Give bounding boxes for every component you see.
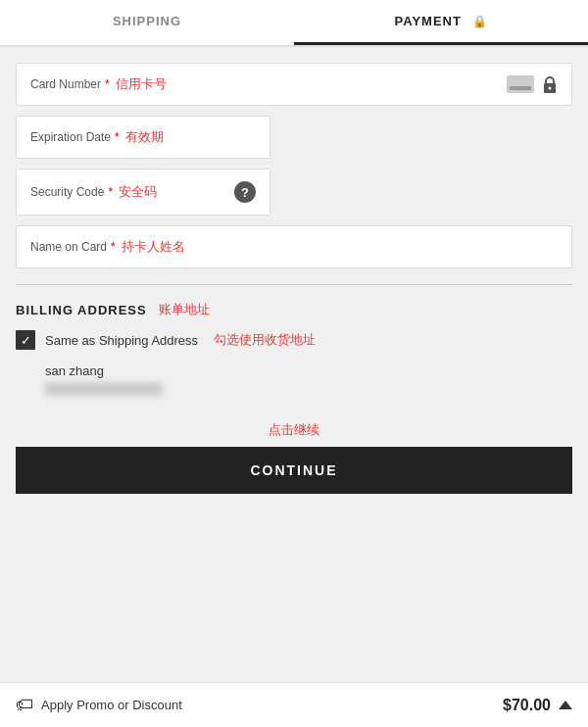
security-code-required: * bbox=[108, 185, 113, 199]
card-number-placeholder: 信用卡号 bbox=[116, 75, 507, 93]
same-as-shipping-label-cn: 勾选使用收货地址 bbox=[214, 331, 316, 349]
checkmark-icon: ✓ bbox=[21, 333, 31, 348]
card-number-label: Card Number bbox=[30, 77, 101, 91]
card-number-required: * bbox=[105, 77, 110, 91]
name-on-card-placeholder: 持卡人姓名 bbox=[122, 238, 558, 256]
help-icon: ? bbox=[241, 185, 249, 200]
lock-icon: 🔒 bbox=[472, 15, 488, 28]
tag-icon: 🏷 bbox=[16, 695, 33, 715]
billing-address-title: BILLING ADDRESS bbox=[16, 303, 147, 317]
continue-hint: 点击继续 bbox=[16, 421, 572, 439]
security-code-help-button[interactable]: ? bbox=[234, 181, 256, 203]
billing-address-header: BILLING ADDRESS 账单地址 bbox=[16, 301, 572, 318]
continue-button[interactable]: CONTINUE bbox=[16, 447, 572, 494]
svg-point-1 bbox=[549, 87, 552, 90]
security-code-field[interactable]: Security Code * 安全码 ? bbox=[16, 169, 270, 216]
price-section: $70.00 bbox=[503, 697, 572, 714]
card-number-field[interactable]: Card Number * 信用卡号 bbox=[16, 63, 572, 106]
main-content: Card Number * 信用卡号 Expiration Date * 有效期… bbox=[0, 47, 588, 412]
name-on-card-field[interactable]: Name on Card * 持卡人姓名 bbox=[16, 225, 572, 268]
tab-shipping-label: SHIPPING bbox=[113, 14, 181, 28]
bottom-bar: 🏷 Apply Promo or Discount $70.00 bbox=[0, 682, 588, 727]
chevron-up-icon[interactable] bbox=[559, 701, 572, 709]
same-as-shipping-row[interactable]: ✓ Same as Shipping Address 勾选使用收货地址 bbox=[16, 330, 572, 350]
tab-header: SHIPPING PAYMENT 🔒 bbox=[0, 0, 588, 47]
address-name: san zhang bbox=[45, 364, 572, 378]
expiration-date-label: Expiration Date bbox=[30, 130, 111, 144]
tab-payment-label: PAYMENT bbox=[394, 14, 461, 28]
security-code-placeholder: 安全码 bbox=[119, 183, 234, 201]
continue-section: 点击继续 CONTINUE bbox=[0, 412, 588, 509]
security-code-label: Security Code bbox=[30, 185, 104, 199]
address-block: san zhang bbox=[45, 364, 572, 396]
billing-address-title-cn: 账单地址 bbox=[159, 301, 210, 318]
promo-text[interactable]: Apply Promo or Discount bbox=[41, 698, 182, 712]
field-lock-icon bbox=[542, 75, 558, 93]
price-amount: $70.00 bbox=[503, 697, 551, 714]
name-on-card-required: * bbox=[111, 240, 116, 254]
address-blurred-line bbox=[45, 382, 163, 396]
name-on-card-label: Name on Card bbox=[30, 240, 107, 254]
expiration-date-field[interactable]: Expiration Date * 有效期 bbox=[16, 116, 270, 159]
tab-shipping[interactable]: SHIPPING bbox=[0, 0, 294, 45]
section-divider bbox=[16, 284, 572, 285]
card-number-icons bbox=[507, 75, 558, 93]
tab-payment[interactable]: PAYMENT 🔒 bbox=[294, 0, 588, 45]
same-as-shipping-checkbox[interactable]: ✓ bbox=[16, 330, 35, 350]
same-as-shipping-label: Same as Shipping Address bbox=[45, 333, 198, 348]
expiration-date-placeholder: 有效期 bbox=[125, 128, 256, 146]
expiration-date-required: * bbox=[115, 130, 120, 144]
credit-card-icon bbox=[507, 75, 534, 93]
promo-section[interactable]: 🏷 Apply Promo or Discount bbox=[16, 695, 182, 715]
